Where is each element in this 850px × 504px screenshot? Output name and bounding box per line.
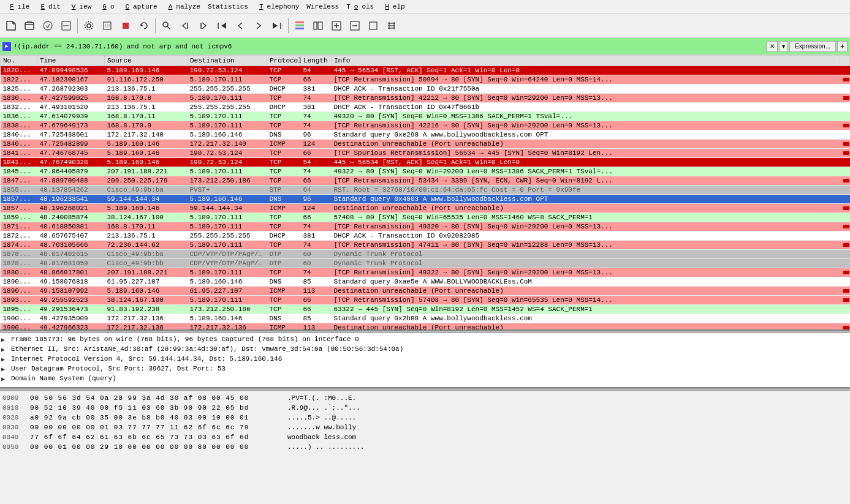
toolbar-goto-first[interactable]	[213, 17, 230, 34]
toolbar-goto-last[interactable]	[268, 17, 286, 34]
col-header-length[interactable]: Length	[301, 56, 332, 66]
col-header-source[interactable]: Source	[105, 56, 188, 66]
hex-ascii: .R.9@... .`;.."...	[287, 403, 360, 413]
svg-line-14	[167, 26, 170, 29]
detail-item[interactable]: ▶Frame 185773: 96 bytes on wire (768 bit…	[1, 334, 849, 344]
detail-pane[interactable]: ▶Frame 185773: 96 bytes on wire (768 bit…	[0, 333, 850, 388]
toolbar-prev[interactable]	[176, 17, 194, 34]
hex-offset: 0000	[2, 393, 30, 403]
toolbar-preferences[interactable]	[80, 17, 97, 34]
filter-add-button[interactable]: +	[837, 41, 848, 52]
toolbar-find[interactable]	[158, 17, 175, 34]
table-row[interactable]: 1857...48.1962680215.189.160.14659.144.1…	[1, 204, 850, 213]
toolbar-stop[interactable]	[117, 17, 134, 34]
table-row[interactable]: 1820...47.0994985365.189.160.146190.72.5…	[1, 66, 850, 75]
table-row[interactable]: 1893...49.25559252338.124.167.1005.189.1…	[1, 296, 850, 305]
hex-pane[interactable]: 0000 00 50 56 3d 54 0a 28 99 3a 4d 30 af…	[0, 391, 850, 455]
svg-rect-19	[295, 21, 304, 23]
detail-expand-icon[interactable]: ▶	[1, 355, 9, 363]
menu-capture[interactable]: Capture	[118, 2, 161, 12]
table-row[interactable]: 1822...47.18230816791.116.172.2505.189.1…	[1, 75, 850, 85]
hex-ascii: .......w ww.bolly	[287, 423, 356, 432]
table-row[interactable]: 1878...48.817402615Cisco_49:9b:baCDP/VTP…	[1, 250, 850, 259]
toolbar-prev-packet[interactable]	[232, 17, 249, 34]
detail-item[interactable]: ▶Ethernet II, Src: AristaNe_4d:30:af (28…	[1, 344, 849, 354]
col-header-protocol[interactable]: Protocol	[267, 56, 301, 66]
filter-expression-button[interactable]: Expression...	[789, 41, 836, 52]
table-row[interactable]: 1874...48.70310566672.236.144.625.189.17…	[1, 241, 850, 250]
toolbar-full-size[interactable]	[383, 17, 400, 34]
menu-view[interactable]: View	[64, 2, 95, 12]
toolbar-colorize[interactable]	[291, 17, 308, 34]
menu-wireless[interactable]: Wireless	[303, 2, 343, 12]
filter-input[interactable]	[13, 43, 767, 50]
table-row[interactable]: 1841...47.7674903285.189.160.146190.72.5…	[1, 158, 850, 167]
menu-telephony[interactable]: Telephony	[252, 2, 303, 12]
table-row[interactable]: 1871...48.618850881168.8.170.115.189.170…	[1, 222, 850, 231]
table-row[interactable]: 1857...48.19623854159.144.144.345.189.16…	[1, 195, 850, 204]
table-row[interactable]: 1895...49.29153647391.83.192.238173.212.…	[1, 305, 850, 314]
hex-ascii: .....) .. .........	[287, 442, 364, 452]
toolbar-next-packet[interactable]	[250, 17, 267, 34]
toolbar-start-capture[interactable]	[99, 17, 116, 34]
svg-rect-29	[370, 22, 377, 29]
filter-apply-dropdown[interactable]: ▾	[779, 41, 788, 52]
table-row[interactable]: 1859...48.24008587438.124.167.1005.189.1…	[1, 213, 850, 222]
toolbar-zoom-in[interactable]	[328, 17, 345, 34]
toolbar-sep-1	[77, 18, 78, 33]
detail-item[interactable]: ▶Domain Name System (query)	[1, 374, 849, 383]
menu-file[interactable]: File	[2, 2, 33, 12]
table-row[interactable]: 1890...49.1581079925.189.160.14661.95.22…	[1, 287, 850, 296]
packet-list[interactable]: No. Time Source Destination Protocol Len…	[0, 55, 850, 331]
toolbar-view-options[interactable]	[309, 17, 327, 34]
toolbar-next[interactable]	[195, 17, 212, 34]
menu-edit[interactable]: Edit	[33, 2, 64, 12]
table-row[interactable]: 1840...47.725438601172.217.32.1405.189.1…	[1, 130, 850, 140]
toolbar-restart[interactable]	[135, 17, 153, 34]
detail-expand-icon[interactable]: ▶	[1, 336, 9, 343]
table-row[interactable]: 1840...47.7254828995.189.160.146172.217.…	[1, 140, 850, 149]
table-row[interactable]: 1855...48.137854262Cisco_49:9b:baPVST+ST…	[1, 186, 850, 195]
table-row[interactable]: 1872...48.657675407213.136.75.1255.255.2…	[1, 231, 850, 241]
toolbar-zoom-out[interactable]	[346, 17, 363, 34]
hex-ascii: .....5.> ..@.....	[287, 413, 356, 423]
toolbar-sep-3	[288, 18, 289, 33]
toolbar-save[interactable]	[39, 17, 56, 34]
table-row[interactable]: 1880...48.866817801207.191.188.2215.189.…	[1, 268, 850, 277]
table-row[interactable]: 1841...47.7467687455.189.160.146190.72.5…	[1, 149, 850, 158]
detail-item[interactable]: ▶User Datagram Protocol, Src Port: 39627…	[1, 364, 849, 374]
toolbar-close[interactable]	[58, 17, 75, 34]
table-row[interactable]: 1847...47.889709488209.250.225.179173.21…	[1, 176, 850, 186]
table-row[interactable]: 1836...47.614079939168.8.170.115.189.170…	[1, 112, 850, 121]
hex-bytes: 00 52 10 39 40 00 f5 11 03 60 3b 90 90 2…	[30, 403, 287, 413]
detail-expand-icon[interactable]: ▶	[1, 375, 9, 382]
detail-item[interactable]: ▶Internet Protocol Version 4, Src: 59.14…	[1, 354, 849, 364]
menu-statistics[interactable]: Statistics	[204, 2, 252, 12]
col-header-scrollbar	[840, 56, 850, 66]
table-row[interactable]: 1900...49.427935009172.217.32.1365.189.1…	[1, 314, 850, 323]
table-row[interactable]: 1832...47.493101520213.136.75.1255.255.2…	[1, 103, 850, 112]
table-row[interactable]: 1878...48.817681059Cisco_49:9b:bbCDP/VTP…	[1, 259, 850, 268]
filter-clear[interactable]: ✕	[767, 41, 778, 52]
table-row[interactable]: 1830...47.427599025168.8.170.85.189.170.…	[1, 94, 850, 103]
detail-item-text: Domain Name System (query)	[11, 374, 116, 383]
toolbar-open[interactable]	[21, 17, 38, 34]
col-header-time[interactable]: Time	[37, 56, 105, 66]
menu-analyze[interactable]: Analyze	[161, 2, 204, 12]
detail-expand-icon[interactable]: ▶	[1, 365, 9, 372]
col-header-no[interactable]: No.	[1, 56, 37, 66]
table-row[interactable]: 1825...47.268792303213.136.75.1255.255.2…	[1, 85, 850, 94]
col-header-info[interactable]: Info	[332, 56, 840, 66]
toolbar-normal-size[interactable]	[365, 17, 382, 34]
detail-expand-icon[interactable]: ▶	[1, 345, 9, 353]
menu-go[interactable]: Go	[95, 2, 118, 12]
menu-tools[interactable]: Tools	[343, 2, 378, 12]
table-row[interactable]: 1845...47.864405879207.191.188.2215.189.…	[1, 167, 850, 176]
table-row[interactable]: 1890...49.15807681861.95.227.1075.189.16…	[1, 277, 850, 287]
packet-table: No. Time Source Destination Protocol Len…	[0, 55, 850, 331]
menu-help[interactable]: Help	[378, 2, 408, 12]
col-header-destination[interactable]: Destination	[188, 56, 267, 66]
table-row[interactable]: 1838...47.679649173168.8.170.95.189.170.…	[1, 121, 850, 130]
table-row[interactable]: 1900...49.427966323172.217.32.136172.217…	[1, 323, 850, 331]
toolbar-new[interactable]	[2, 17, 20, 34]
